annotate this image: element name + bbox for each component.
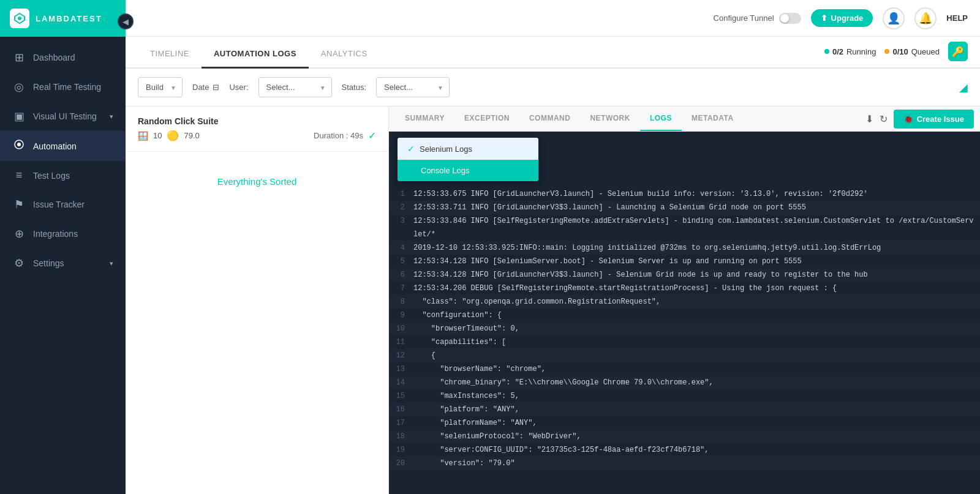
- refresh-button[interactable]: ↻: [880, 113, 888, 125]
- sidebar-item-label: Issue Tracker: [33, 200, 85, 209]
- sidebar-item-label: Test Logs: [33, 171, 70, 181]
- sidebar: LAMBDATEST ⊞ Dashboard ◎ Real Time Testi…: [0, 0, 126, 494]
- line-content: "configuration": {: [413, 309, 980, 322]
- line-content: "platform": "ANY",: [413, 403, 980, 416]
- issuetracker-icon: ⚑: [12, 198, 26, 211]
- create-issue-label: Create Issue: [917, 114, 964, 124]
- line-number: 15: [389, 389, 413, 403]
- visualui-icon: ▣: [12, 110, 26, 123]
- build-select[interactable]: Build: [138, 77, 183, 97]
- notifications-button[interactable]: 🔔: [914, 7, 937, 29]
- tabs-bar: TIMELINE AUTOMATION LOGS ANALYTICS 0/2 R…: [126, 37, 980, 69]
- log-tab-network[interactable]: NETWORK: [580, 107, 640, 131]
- console-logs-option[interactable]: Console Logs: [398, 160, 538, 181]
- queued-count: 0/10: [892, 47, 908, 56]
- settings-icon: ⚙: [12, 256, 26, 270]
- line-content: "seleniumProtocol": "WebDriver",: [413, 430, 980, 443]
- line-number: 18: [389, 430, 413, 443]
- main-content: Configure Tunnel ⬆ Upgrade 👤 🔔 HELP TIME…: [126, 0, 980, 494]
- key-icon[interactable]: 🔑: [948, 42, 968, 61]
- svg-point-1: [18, 17, 21, 20]
- upgrade-button[interactable]: ⬆ Upgrade: [811, 9, 873, 27]
- line-content: "chrome_binary": "E:\\chrome\\Google Chr…: [413, 376, 980, 389]
- sidebar-item-visualui[interactable]: ▣ Visual UI Testing ▾: [0, 102, 126, 131]
- upgrade-icon: ⬆: [821, 13, 827, 23]
- testlogs-icon: ≡: [12, 169, 26, 182]
- line-content: "capabilities": [: [413, 335, 980, 349]
- tunnel-toggle[interactable]: [779, 13, 801, 24]
- build-item: Random Click Suite 🪟 10 🟡 79.0 Duration …: [126, 107, 388, 152]
- sidebar-item-label: Real Time Testing: [33, 82, 101, 92]
- date-filter[interactable]: Date ⊟: [192, 83, 219, 92]
- user-select[interactable]: Select...: [258, 77, 332, 97]
- line-content: 12:53:33.711 INFO [GridLauncherV3$3.laun…: [413, 201, 980, 214]
- log-tab-metadata[interactable]: METADATA: [682, 107, 744, 131]
- log-line: 11 "capabilities": [: [389, 335, 980, 349]
- app-name: LAMBDATEST: [36, 14, 102, 23]
- line-content: 12:53:34.206 DEBUG [SelfRegisteringRemot…: [413, 282, 980, 295]
- log-tab-exception[interactable]: EXCEPTION: [454, 107, 519, 131]
- tab-analytics[interactable]: ANALYTICS: [309, 40, 380, 69]
- log-line: 712:53:34.206 DEBUG [SelfRegisteringRemo…: [389, 282, 980, 295]
- console-logs-label: Console Logs: [421, 166, 470, 175]
- content-area: Random Click Suite 🪟 10 🟡 79.0 Duration …: [126, 107, 980, 494]
- tab-automation-logs[interactable]: AUTOMATION LOGS: [202, 40, 309, 69]
- user-filter-label: User:: [229, 83, 248, 92]
- log-line: 20 "version": "79.0": [389, 457, 980, 470]
- log-tab-command[interactable]: COMMAND: [519, 107, 581, 131]
- line-number: 20: [389, 457, 413, 470]
- line-content: "version": "79.0": [413, 457, 980, 470]
- log-line: 17 "platformName": "ANY",: [389, 416, 980, 430]
- sidebar-collapse-button[interactable]: ◀: [118, 13, 134, 29]
- log-type-dropdown: ✓ Selenium Logs Console Logs: [398, 138, 538, 181]
- log-line: 9 "configuration": {: [389, 309, 980, 322]
- selenium-logs-option[interactable]: ✓ Selenium Logs: [398, 138, 538, 160]
- log-tab-actions: ⬇ ↻ 🐞 Create Issue: [865, 110, 974, 129]
- log-tab-logs[interactable]: LOGS: [640, 107, 682, 131]
- line-content: 12:53:34.128 INFO [GridLauncherV3$3.laun…: [413, 268, 980, 282]
- line-number: 19: [389, 443, 413, 457]
- logo-icon: [10, 9, 29, 28]
- log-line: 19 "server:CONFIG_UUID": "213735c3-125f-…: [389, 443, 980, 457]
- queued-badge: 0/10 Queued: [884, 47, 940, 56]
- line-number: 2: [389, 201, 413, 214]
- browser-icon: 🟡: [167, 130, 179, 141]
- log-line: 14 "chrome_binary": "E:\\chrome\\Google …: [389, 376, 980, 389]
- build-status-icon: ✓: [368, 130, 376, 141]
- configure-tunnel-label: Configure Tunnel: [714, 13, 774, 23]
- sidebar-item-label: Automation: [33, 141, 77, 151]
- advanced-filter-icon[interactable]: ◢: [959, 81, 968, 94]
- sidebar-item-settings[interactable]: ⚙ Settings ▾: [0, 249, 126, 278]
- tab-timeline[interactable]: TIMELINE: [138, 40, 202, 69]
- line-number: 9: [389, 309, 413, 322]
- help-label[interactable]: HELP: [946, 13, 968, 23]
- automation-icon: [12, 139, 26, 153]
- tab-right-section: 0/2 Running 0/10 Queued 🔑: [824, 42, 968, 67]
- line-number: 8: [389, 295, 413, 309]
- sidebar-item-issuetracker[interactable]: ⚑ Issue Tracker: [0, 190, 126, 219]
- sidebar-item-automation[interactable]: Automation: [0, 131, 126, 161]
- build-version: 10: [153, 131, 162, 140]
- upgrade-label: Upgrade: [831, 13, 864, 23]
- user-avatar-button[interactable]: 👤: [883, 7, 905, 29]
- log-content[interactable]: 112:53:33.675 INFO [GridLauncherV3.launc…: [389, 187, 980, 494]
- line-number: 12: [389, 349, 413, 362]
- log-line: 10 "browserTimeout": 0,: [389, 322, 980, 335]
- running-badge: 0/2 Running: [824, 47, 876, 56]
- sidebar-item-realtime[interactable]: ◎ Real Time Testing: [0, 72, 126, 102]
- line-number: 4: [389, 241, 413, 255]
- sidebar-header: LAMBDATEST: [0, 0, 126, 37]
- log-line: 112:53:33.675 INFO [GridLauncherV3.launc…: [389, 187, 980, 201]
- sidebar-item-integrations[interactable]: ⊕ Integrations: [0, 219, 126, 249]
- bell-icon: 🔔: [919, 12, 932, 25]
- log-tab-summary[interactable]: SUMMARY: [395, 107, 454, 131]
- line-content: 12:53:34.128 INFO [SeleniumServer.boot] …: [413, 255, 980, 268]
- download-button[interactable]: ⬇: [865, 113, 873, 125]
- status-select[interactable]: Select...: [376, 77, 450, 97]
- chevron-down-icon: ▾: [110, 113, 113, 121]
- sidebar-item-dashboard[interactable]: ⊞ Dashboard: [0, 43, 126, 72]
- status-select-wrapper: Select...: [376, 77, 450, 97]
- create-issue-button[interactable]: 🐞 Create Issue: [894, 110, 974, 129]
- line-number: 5: [389, 255, 413, 268]
- sidebar-item-testlogs[interactable]: ≡ Test Logs: [0, 161, 126, 190]
